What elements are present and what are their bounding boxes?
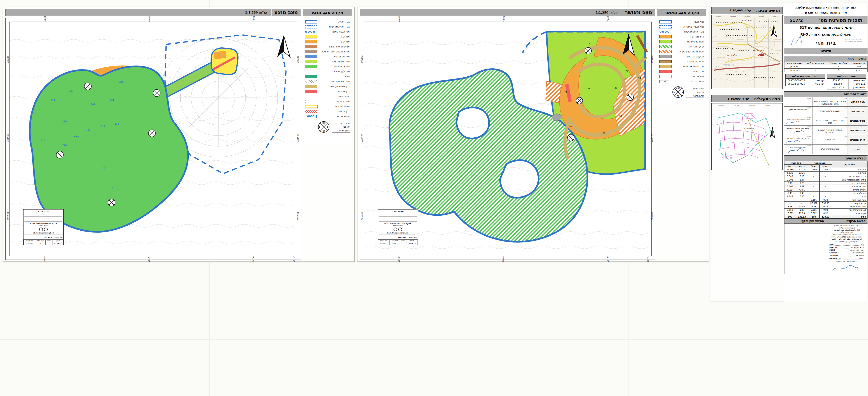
svg-text:311: 311 — [41, 139, 45, 142]
svg-text:206800: 206800 — [718, 104, 724, 106]
open-space-swatch — [305, 65, 317, 68]
existing-road-swatch — [305, 85, 317, 88]
table-row: מסחר ומבנים ומוסדות ציבור––1.671.202 — [784, 178, 868, 181]
plan-number: 517/2 — [789, 18, 803, 23]
sheet-proposed: מצב מוצע קנ"מ: 1:1,250 מקרא מצב מוצע 206… — [3, 7, 354, 262]
legend-label: מסחר ומבנים ומוסדות ציבור — [321, 50, 350, 53]
svg-text:22: 22 — [732, 142, 734, 144]
legend-label: שטח שיעודו יקבע בעתיד — [679, 50, 704, 53]
certification-logo-icon — [44, 228, 48, 231]
legend-label: מספר מגרש — [337, 115, 350, 118]
inset-title: תרשים סביבה — [754, 8, 782, 13]
legend-title: מקרא מצב מוצע — [309, 10, 346, 15]
legend-label: שטח למבני ציבור — [686, 60, 704, 63]
settlement-row: בית חגי "חגי" אגודה שיתופית להתיישבות קה… — [784, 38, 868, 48]
svg-text:223: 223 — [100, 125, 105, 127]
grid-coordinate: 600/200 — [362, 56, 364, 63]
legend-label: פארק/גן ציבורי — [334, 70, 350, 73]
areas-band: טבלת שטחים — [784, 156, 868, 161]
table-row: מבנים ומוסדות ציבור––2.151.548 — [784, 175, 868, 178]
svg-text:16: 16 — [747, 142, 749, 144]
legend-label: גבול מגרש — [693, 75, 704, 78]
plan-boundary-swatch — [659, 20, 672, 24]
proposed-road-swatch — [305, 90, 317, 93]
surveyor-company: אלקא מהנדסים יועצים בע"מ שירותי הנדסה EL… — [24, 222, 63, 235]
approved-map: 1 5 9 17 22 25 34 37 45 50 — [364, 22, 652, 256]
svg-text:00: 00 — [677, 95, 679, 98]
svg-text:221: 221 — [74, 135, 79, 137]
table-row: שטח לתכנון בעתיד0.320.2318.4613.287 — [784, 205, 868, 208]
rosette-label: מספר הדרך — [332, 121, 350, 125]
svg-text:13: 13 — [742, 148, 744, 150]
grid-coordinate: 600/100 — [362, 134, 364, 142]
table-row: חברון 8 – אל חריק — [784, 69, 868, 72]
engineering-swatch — [659, 55, 672, 58]
road-rosette-legend: מספר הדרך קוי בנין רוחב הדרך 000 5 5 00 — [659, 86, 704, 98]
blocks-table: אדמות הכפר מס' גוש פיסקאלי מופקעות במלוא… — [784, 61, 868, 72]
commerce-swatch — [305, 50, 317, 54]
region-header: אזור יהודה ושומרון - מועצת תכנון עליונה — [786, 5, 866, 10]
lot-number-symbol: 0000 — [305, 114, 317, 118]
residential-a-swatch — [659, 35, 672, 38]
rosette-label: מספר הדרך — [686, 86, 704, 90]
approved-boundary-swatch — [659, 25, 672, 29]
surveyor-company: אלקא מהנדסים יועצים בע"מ שירותי הנדסה EL… — [378, 222, 418, 235]
amendment-line: שינוי לתכנית מתאר אזורית RJ-5 — [784, 31, 868, 38]
sheet-scale: קנ"מ: 1:1,250 — [241, 9, 272, 16]
agricultural-swatch — [659, 45, 672, 48]
easement-swatch — [305, 95, 317, 98]
svg-text:208500: 208500 — [773, 16, 778, 18]
stamp-footer: תאריךשרטטקנה מידהמס' הזמנה 03.04.251: 12… — [24, 239, 63, 245]
plan-title-band: תוכנית מפורטת מס' 517/2 — [784, 16, 868, 24]
grid-coordinate: 600/100 — [7, 134, 9, 142]
areas-table: יעוד קרקע מצב מאושר מצב מוצע בדונם ב- % … — [784, 161, 868, 219]
svg-text:304: 304 — [102, 166, 106, 169]
grid-coordinate: 600/100 — [652, 134, 654, 142]
proposed-map-frame: 206/800 206/900 207/000 206/800 206/900 … — [5, 18, 301, 260]
future-designation-swatch — [659, 50, 672, 54]
table-row: דרך מוצעת0.920.66222.2316.001 — [784, 212, 868, 215]
demolition-swatch — [305, 105, 317, 108]
approved-map-frame: 206/800 206/900 207/000 206/800 206/900 … — [360, 18, 655, 260]
table-row: דורא 5 – אל חריק — [784, 65, 868, 69]
legend-label: קרקע חקלאית — [688, 45, 704, 48]
svg-text:207500: 207500 — [745, 16, 750, 18]
signature-scribble — [787, 148, 804, 154]
legend-label: דרך לביטול — [338, 110, 350, 113]
svg-text:17: 17 — [742, 142, 744, 144]
table-row: שטחים פתוחים––42.8130.814 — [784, 188, 868, 192]
plan-number-symbol: 0000 — [659, 30, 670, 33]
svg-text:18: 18 — [734, 136, 736, 138]
legend-label: שטח ציבורי פתוח — [332, 60, 350, 63]
validity-column: חתימת מתן תוקף — [784, 219, 826, 274]
deposit-stamp: המנהל האזרחי לאזור יהודה ושומרון מועצת ה… — [826, 224, 868, 274]
validity-title: חתימת מתן תוקף — [784, 219, 826, 224]
grid-coordinate: 599/900 — [7, 212, 9, 220]
signature-scribble — [831, 264, 860, 272]
environment-map: 206500 207000 207500 208000 208500 ח' אל… — [712, 15, 782, 88]
legend-label: דרך קיימת או מאושרת — [681, 65, 704, 68]
sheet-title: מצב מוצע — [272, 9, 301, 15]
legend-label: גבול תכנית — [693, 21, 704, 23]
legend-label: שביל — [345, 75, 350, 78]
legend-label: גבול תכנית — [338, 21, 350, 23]
svg-text:34: 34 — [619, 115, 622, 118]
certification-logo-icon — [398, 228, 402, 231]
names-band: שמות וחתימות — [784, 91, 868, 97]
rosette-icon: 000 5 5 00 — [672, 86, 684, 98]
svg-text:320: 320 — [110, 187, 114, 189]
svg-text:25: 25 — [615, 87, 618, 89]
svg-text:22: 22 — [625, 70, 628, 73]
engineering-swatch — [305, 55, 317, 58]
legend-label: דרך מוצעת — [338, 90, 350, 93]
svg-text:9: 9 — [726, 158, 727, 160]
deposit-column: חתימת הפקדה המנהל האזרחי לאזור יהודה ושו… — [826, 219, 868, 274]
legend-label: שטח עתיקות — [336, 100, 350, 103]
place-label: מע'ארת עותרת — [725, 54, 738, 57]
svg-text:00: 00 — [322, 130, 325, 132]
svg-text:222: 222 — [86, 128, 90, 131]
future-designation-area — [546, 81, 561, 103]
inset-scale: קנ"מ: 1:10,000 — [725, 97, 752, 100]
proposed-map: 200 201 204 208 209 210 220 221 222 223 … — [9, 22, 297, 256]
table-row: שביל––0.060.043 — [784, 195, 868, 198]
